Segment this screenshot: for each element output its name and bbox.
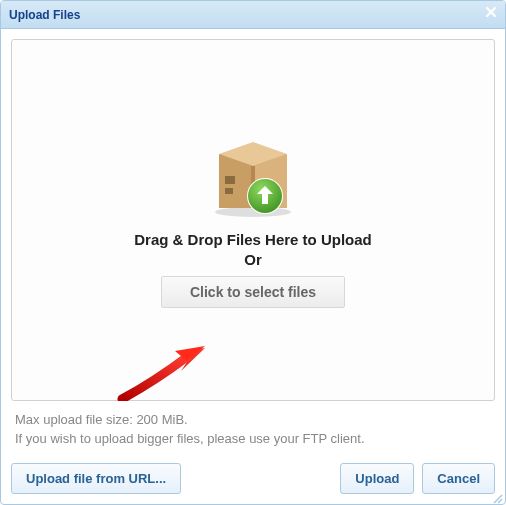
drag-text-line1: Drag & Drop Files Here to Upload [134,231,372,248]
svg-rect-6 [225,176,235,184]
close-button[interactable] [483,6,499,22]
cancel-button[interactable]: Cancel [422,463,495,494]
upload-from-url-button[interactable]: Upload file from URL... [11,463,181,494]
close-icon [484,5,498,23]
package-upload-icon [205,132,301,218]
upload-files-dialog: Upload Files [0,0,506,505]
dialog-title: Upload Files [9,8,80,22]
drag-text-line2: Or [244,251,262,268]
dialog-body: Drag & Drop Files Here to Upload Or Clic… [1,29,505,504]
dialog-footer: Upload file from URL... Upload Cancel [11,463,495,494]
drag-drop-instruction: Drag & Drop Files Here to Upload Or [134,230,372,271]
select-files-button[interactable]: Click to select files [161,276,345,308]
svg-rect-7 [225,188,233,194]
resize-handle-icon [491,490,503,505]
ftp-hint-text: If you wish to upload bigger files, plea… [15,430,491,449]
upload-info: Max upload file size: 200 MiB. If you wi… [11,411,495,449]
max-size-text: Max upload file size: 200 MiB. [15,411,491,430]
file-dropzone[interactable]: Drag & Drop Files Here to Upload Or Clic… [11,39,495,401]
dialog-titlebar: Upload Files [1,1,505,29]
resize-handle[interactable] [491,490,503,502]
footer-right-group: Upload Cancel [340,463,495,494]
upload-button[interactable]: Upload [340,463,414,494]
